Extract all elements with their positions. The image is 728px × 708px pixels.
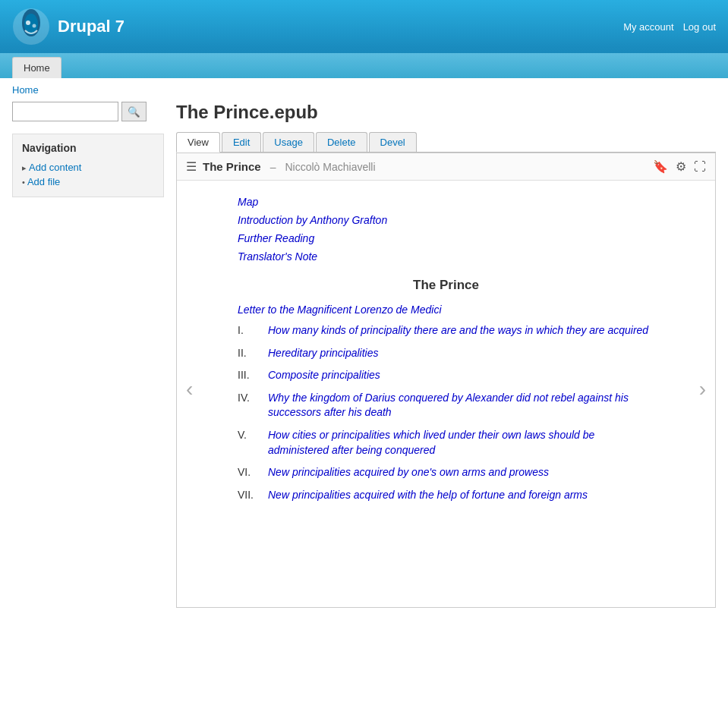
toc-num-6: VI. bbox=[238, 465, 268, 478]
toc-item-3: III. Composite principalities bbox=[238, 368, 654, 383]
book-main-title: The Prince bbox=[238, 278, 654, 293]
toc-text-7: New principalities acquired with the hel… bbox=[268, 488, 588, 503]
toc-text-5: How cities or principalities which lived… bbox=[268, 428, 654, 458]
nav-add-file[interactable]: Add file bbox=[22, 175, 154, 189]
top-links: My account Log out bbox=[623, 21, 716, 33]
epub-viewer: ☰ The Prince – Niccolò Machiavelli 🔖 ⚙ ⛶… bbox=[176, 153, 716, 608]
tab-edit[interactable]: Edit bbox=[222, 132, 261, 152]
search-button[interactable]: 🔍 bbox=[121, 102, 147, 121]
epub-header: ☰ The Prince – Niccolò Machiavelli 🔖 ⚙ ⛶ bbox=[177, 153, 715, 181]
toc-link-7[interactable]: New principalities acquired with the hel… bbox=[268, 489, 588, 501]
log-out-link[interactable]: Log out bbox=[683, 21, 716, 33]
epub-content: ‹ › Map Introduction by Anthony Grafton … bbox=[177, 181, 715, 598]
toc-link-map[interactable]: Map bbox=[238, 196, 258, 208]
add-file-link[interactable]: Add file bbox=[27, 176, 60, 187]
toc-item-4: IV. Why the kingdom of Darius conquered … bbox=[238, 391, 654, 420]
menu-icon[interactable]: ☰ bbox=[186, 159, 197, 174]
toc-link-3[interactable]: Composite principalities bbox=[268, 369, 380, 381]
toc-link-2[interactable]: Hereditary principalities bbox=[268, 347, 379, 359]
search-input[interactable] bbox=[12, 102, 118, 121]
toc-text-4: Why the kingdom of Darius conquered by A… bbox=[268, 391, 654, 420]
toc-link-1[interactable]: How many kinds of principality there are… bbox=[268, 324, 648, 336]
toc-item-6: VI. New principalities acquired by one's… bbox=[238, 465, 654, 480]
toc-item-2: II. Hereditary principalities bbox=[238, 346, 654, 361]
toc-letter: Letter to the Magnificent Lorenzo de Med… bbox=[238, 304, 654, 316]
content-area: The Prince.epub View Edit Usage Delete D… bbox=[176, 102, 716, 608]
toc-introduction: Introduction by Anthony Grafton bbox=[238, 214, 654, 226]
epub-book-title: The Prince bbox=[203, 160, 261, 173]
toc-map: Map bbox=[238, 196, 654, 208]
toc-link-5[interactable]: How cities or principalities which lived… bbox=[268, 429, 594, 456]
toc-link-6[interactable]: New principalities acquired by one's own… bbox=[268, 466, 549, 478]
breadcrumb: Home bbox=[0, 78, 728, 102]
toc-item-5: V. How cities or principalities which li… bbox=[238, 428, 654, 458]
epub-author: Niccolò Machiavelli bbox=[285, 161, 376, 173]
settings-icon[interactable]: ⚙ bbox=[676, 159, 686, 174]
prev-page-button[interactable]: ‹ bbox=[186, 377, 193, 401]
next-page-button[interactable]: › bbox=[699, 377, 706, 401]
toc-link-4[interactable]: Why the kingdom of Darius conquered by A… bbox=[268, 392, 629, 419]
toc-text-1: How many kinds of principality there are… bbox=[268, 323, 648, 338]
sidebar: 🔍 Navigation Add content Add file bbox=[12, 102, 164, 608]
main-layout: 🔍 Navigation Add content Add file The Pr… bbox=[0, 102, 728, 620]
navigation-title: Navigation bbox=[22, 142, 154, 154]
page-title: The Prince.epub bbox=[176, 102, 716, 123]
toc-num-3: III. bbox=[238, 368, 268, 381]
toc-further-reading: Further Reading bbox=[238, 232, 654, 244]
toc-num-4: IV. bbox=[238, 391, 268, 404]
search-box: 🔍 bbox=[12, 102, 164, 121]
nav-home[interactable]: Home bbox=[12, 57, 61, 78]
toc-num-7: VII. bbox=[238, 488, 268, 501]
toc-link-translators-note[interactable]: Translator's Note bbox=[238, 250, 317, 263]
breadcrumb-home[interactable]: Home bbox=[12, 84, 39, 96]
toc-text-2: Hereditary principalities bbox=[268, 346, 379, 361]
top-bar: Drupal 7 My account Log out Home bbox=[0, 0, 728, 78]
toc-num-5: V. bbox=[238, 428, 268, 441]
epub-separator: – bbox=[270, 161, 276, 173]
drupal-logo-icon bbox=[12, 8, 50, 46]
tab-view[interactable]: View bbox=[176, 132, 220, 153]
toc-text-3: Composite principalities bbox=[268, 368, 380, 383]
search-icon: 🔍 bbox=[128, 106, 140, 118]
site-title: Drupal 7 bbox=[58, 17, 124, 36]
svg-point-4 bbox=[33, 24, 36, 28]
svg-point-3 bbox=[26, 20, 30, 25]
tab-delete[interactable]: Delete bbox=[316, 132, 367, 152]
tab-bar: View Edit Usage Delete Devel bbox=[176, 132, 716, 153]
nav-add-content[interactable]: Add content bbox=[22, 160, 154, 175]
toc-translators-note: Translator's Note bbox=[238, 250, 654, 263]
toc-link-letter[interactable]: Letter to the Magnificent Lorenzo de Med… bbox=[238, 304, 442, 316]
nav-bar: Home bbox=[0, 53, 728, 78]
nav-section: Navigation Add content Add file bbox=[12, 134, 164, 197]
toc-item-1: I. How many kinds of principality there … bbox=[238, 323, 654, 338]
toc-num-1: I. bbox=[238, 323, 268, 336]
logo-area: Drupal 7 bbox=[12, 8, 124, 46]
bookmark-icon[interactable]: 🔖 bbox=[653, 159, 668, 174]
epub-header-left: ☰ The Prince – Niccolò Machiavelli bbox=[186, 159, 376, 174]
fullscreen-icon[interactable]: ⛶ bbox=[694, 160, 706, 174]
add-content-link[interactable]: Add content bbox=[29, 162, 81, 173]
epub-header-right: 🔖 ⚙ ⛶ bbox=[653, 159, 706, 174]
my-account-link[interactable]: My account bbox=[623, 21, 673, 33]
tab-devel[interactable]: Devel bbox=[369, 132, 417, 152]
tab-usage[interactable]: Usage bbox=[263, 132, 314, 152]
toc-item-7: VII. New principalities acquired with th… bbox=[238, 488, 654, 503]
toc-text-6: New principalities acquired by one's own… bbox=[268, 465, 549, 480]
toc-link-introduction[interactable]: Introduction by Anthony Grafton bbox=[238, 214, 387, 226]
toc-link-further-reading[interactable]: Further Reading bbox=[238, 232, 314, 244]
toc-num-2: II. bbox=[238, 346, 268, 359]
